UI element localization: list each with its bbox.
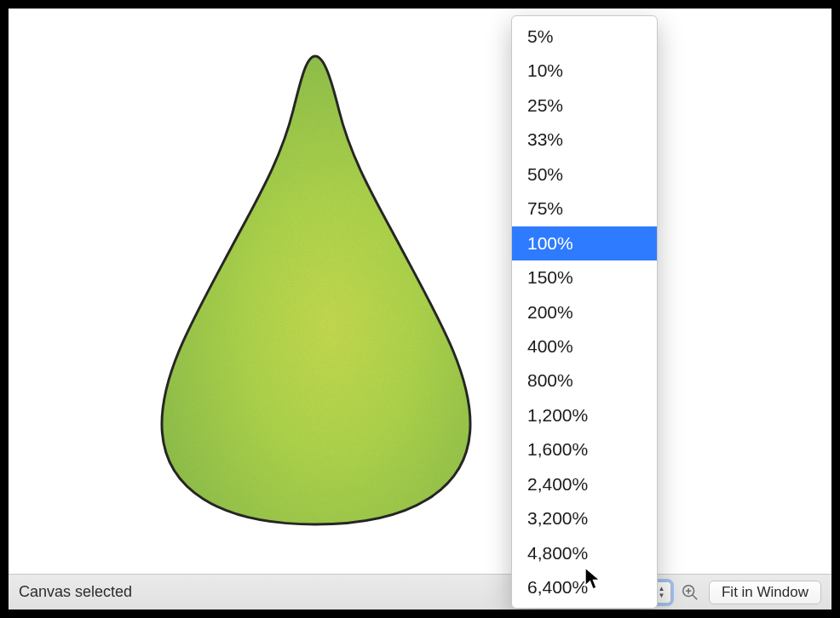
pear-illustration [153,51,477,528]
canvas-area[interactable] [9,9,831,574]
chevron-down-icon: ▼ [659,592,665,599]
fit-in-window-button[interactable]: Fit in Window [709,581,821,604]
zoom-option[interactable]: 200% [512,295,657,329]
zoom-option[interactable]: 1,600% [512,432,657,466]
zoom-option[interactable]: 400% [512,329,657,363]
svg-line-4 [693,594,697,598]
zoom-in-icon[interactable] [678,581,702,604]
zoom-option[interactable]: 6,400% [512,570,657,604]
zoom-option[interactable]: 75% [512,192,657,226]
zoom-option[interactable]: 100% [512,226,657,260]
zoom-option[interactable]: 5% [512,20,657,54]
zoom-option[interactable]: 2,400% [512,467,657,501]
zoom-option[interactable]: 10% [512,54,657,88]
app-window: Canvas selected ▲ ▼ Fit in Window [9,9,831,609]
zoom-option[interactable]: 50% [512,157,657,192]
status-bar: Canvas selected ▲ ▼ Fit in Window [9,574,831,609]
zoom-option[interactable]: 3,200% [512,501,657,535]
zoom-dropdown-menu[interactable]: 5%10%25%33%50%75%100%150%200%400%800%1,2… [511,15,658,609]
status-text: Canvas selected [19,583,552,601]
zoom-option[interactable]: 4,800% [512,536,657,570]
zoom-option[interactable]: 25% [512,89,657,123]
zoom-option[interactable]: 150% [512,260,657,295]
zoom-option[interactable]: 1,200% [512,398,657,432]
zoom-option[interactable]: 800% [512,363,657,398]
zoom-option[interactable]: 33% [512,123,657,157]
